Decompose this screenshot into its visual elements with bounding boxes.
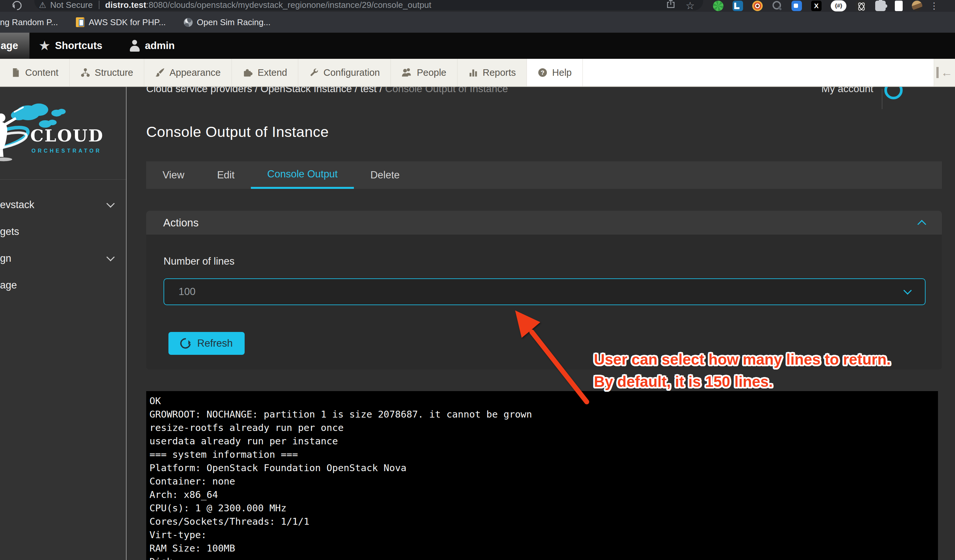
menu-item-label: Structure	[95, 67, 133, 78]
menu-item-reports[interactable]: Reports	[457, 59, 527, 86]
side-panel-icon[interactable]	[895, 1, 903, 11]
bar-chart-icon	[468, 68, 478, 78]
bookmark-label: AWS SDK for PHP...	[89, 17, 166, 27]
security-label: Not Secure	[50, 0, 92, 10]
refresh-label: Refresh	[197, 337, 233, 349]
help-icon: ?	[538, 68, 548, 78]
browser-menu-icon[interactable]: ⋮	[932, 1, 937, 11]
sidebar-item-label: gets	[0, 226, 19, 237]
menu-item-extend[interactable]: Extend	[232, 59, 298, 86]
toolbar-item-manage[interactable]: age	[0, 33, 30, 59]
toolbar-item-shortcuts[interactable]: ★ Shortcuts	[33, 33, 108, 59]
menu-item-content[interactable]: Content	[0, 59, 70, 86]
page-title: Console Output of Instance	[146, 123, 329, 140]
console-line: Platform: OpenStack Foundation OpenStack…	[149, 461, 938, 475]
manage-label: age	[1, 40, 18, 51]
sidebar-item-devstack[interactable]: evstack	[0, 192, 126, 218]
reload-icon[interactable]	[11, 0, 23, 12]
console-line: Container: none	[149, 475, 938, 488]
bookmark-label: Open Sim Racing...	[197, 17, 271, 27]
extension-icon-atom[interactable]	[856, 1, 866, 11]
extension-icon-magnifier[interactable]	[772, 1, 782, 11]
number-of-lines-label: Number of lines	[164, 256, 235, 267]
chevron-down-icon	[903, 286, 911, 294]
console-line: resize-rootfs already run per once	[149, 421, 938, 435]
extensions-puzzle-icon[interactable]	[875, 1, 886, 11]
sidebar-item-gn[interactable]: gn	[0, 245, 126, 272]
sidebar-item-label: evstack	[0, 199, 34, 211]
bookmark-label: ng Random P...	[0, 17, 58, 27]
file-icon	[11, 68, 20, 78]
logo-clouds	[11, 104, 66, 128]
extension-icon-target[interactable]	[752, 1, 763, 11]
console-line: Disk	[149, 555, 938, 560]
console-line: Arch: x86_64	[149, 488, 938, 502]
user-icon	[130, 40, 140, 51]
tab-edit[interactable]: Edit	[201, 161, 251, 189]
logo-title: CLOUD	[30, 126, 104, 145]
sidebar-item-age[interactable]: age	[0, 272, 126, 299]
url-divider	[99, 1, 99, 9]
console-line: === system information ===	[149, 448, 938, 461]
sidebar-item-label: gn	[0, 253, 11, 264]
svg-text:?: ?	[541, 69, 545, 76]
user-label: admin	[145, 40, 175, 51]
share-icon[interactable]	[667, 0, 675, 10]
extension-icon-x[interactable]: X	[811, 1, 822, 11]
globe-favicon	[184, 18, 193, 27]
extension-icon-tag[interactable]	[791, 1, 802, 11]
url-path: :8080/clouds/openstack/mydevstack_region…	[146, 0, 431, 10]
bookmark-star-icon[interactable]: ☆	[686, 0, 695, 12]
tab-view[interactable]: View	[146, 161, 201, 189]
menu-item-people[interactable]: People	[391, 59, 457, 86]
chevron-down-icon	[106, 199, 114, 207]
menu-item-help[interactable]: ? Help	[527, 59, 583, 86]
extension-icon-green[interactable]	[713, 1, 723, 11]
tab-console-output[interactable]: Console Output	[251, 161, 354, 189]
number-of-lines-select[interactable]: 100	[164, 278, 925, 305]
chevron-down-icon	[106, 253, 114, 261]
drupal-admin-menu: Content Structure Appearance Extend Conf…	[0, 59, 955, 87]
browser-profile-avatar[interactable]	[912, 1, 922, 11]
console-line: Virt-type:	[149, 528, 938, 542]
sidebar-item-gets[interactable]: gets	[0, 218, 126, 245]
toolbar-item-user[interactable]: admin	[124, 33, 180, 59]
extensions-row: X {#} ⋮	[713, 0, 937, 12]
toolbar-collapse-button[interactable]: ←	[934, 59, 955, 86]
url-bar[interactable]: ⚠ Not Secure distro.test:8080/clouds/ope…	[34, 0, 703, 11]
star-icon: ★	[39, 40, 50, 51]
menu-item-label: Reports	[483, 67, 516, 78]
bookmark-item-sim-racing[interactable]: Open Sim Racing...	[184, 17, 271, 27]
console-line: CPU(s): 1 @ 2300.000 MHz	[149, 502, 938, 515]
sidebar: CLOUD ORCHESTRATOR evstack gets gn age	[0, 87, 127, 560]
annotation-arrow	[504, 303, 602, 410]
chevron-up-icon	[917, 220, 926, 229]
tab-delete[interactable]: Delete	[354, 161, 416, 189]
warning-icon: ⚠	[39, 0, 46, 10]
actions-header[interactable]: Actions	[146, 211, 942, 235]
extension-icon-lt[interactable]	[733, 1, 743, 11]
people-icon	[402, 68, 412, 78]
menu-item-label: Appearance	[169, 67, 221, 78]
paintbrush-icon	[155, 68, 165, 78]
bookmark-item-aws[interactable]: AWS SDK for PHP...	[76, 17, 166, 27]
shortcuts-label: Shortcuts	[55, 40, 102, 51]
menu-item-configuration[interactable]: Configuration	[298, 59, 391, 86]
console-output[interactable]: OK GROWROOT: NOCHANGE: partition 1 is si…	[146, 391, 938, 560]
menu-spacer	[583, 59, 934, 86]
cloud-orchestrator-logo[interactable]: CLOUD ORCHESTRATOR	[0, 87, 126, 180]
bookmark-item[interactable]: ng Random P...	[0, 17, 58, 27]
console-line: Cores/Sockets/Threads: 1/1/1	[149, 515, 938, 528]
collapse-bar-icon	[936, 67, 939, 78]
refresh-button[interactable]: Refresh	[168, 332, 245, 355]
sidebar-nav: evstack gets gn age	[0, 180, 126, 299]
console-line: userdata already run per instance	[149, 435, 938, 448]
menu-item-appearance[interactable]: Appearance	[144, 59, 232, 86]
arrow-left-icon: ←	[941, 67, 953, 78]
browser-toolbar: ⚠ Not Secure distro.test:8080/clouds/ope…	[0, 0, 955, 12]
refresh-icon	[178, 336, 193, 351]
menu-item-structure[interactable]: Structure	[70, 59, 144, 86]
menu-item-label: Extend	[258, 67, 287, 78]
menu-item-label: Configuration	[324, 67, 380, 78]
extension-icon-braces-active[interactable]: {#}	[831, 0, 846, 11]
